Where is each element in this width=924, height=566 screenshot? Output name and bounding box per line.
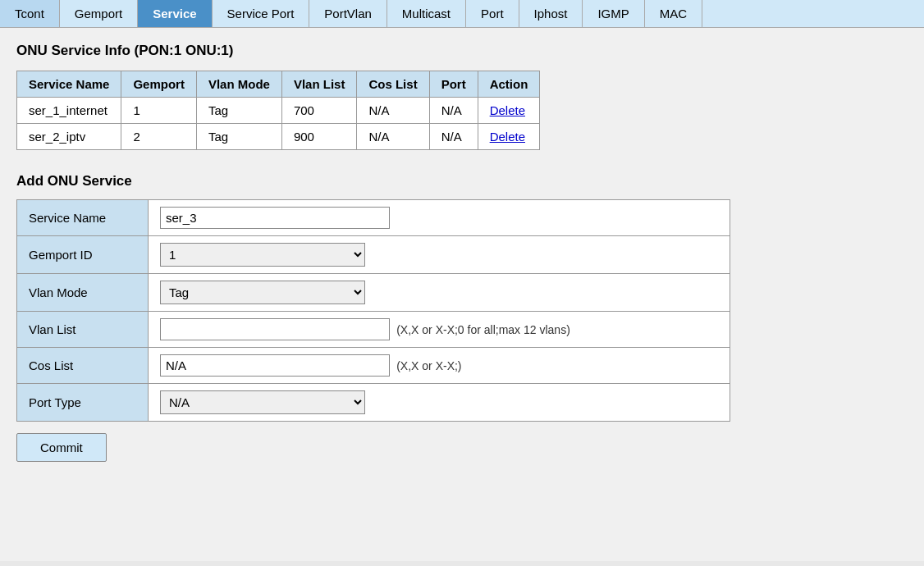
table-header-vlan-list: Vlan List xyxy=(281,71,357,98)
gemport-id-label: Gemport ID xyxy=(17,236,149,274)
service-name-label: Service Name xyxy=(17,200,149,236)
vlan-mode-select[interactable]: TagTransparentTranslate xyxy=(160,281,365,304)
delete-link[interactable]: Delete xyxy=(490,103,525,117)
cos-list-hint: (X,X or X-X;) xyxy=(396,359,461,372)
vlan-list-input[interactable] xyxy=(160,318,390,340)
table-header-vlan-mode: Vlan Mode xyxy=(196,71,281,98)
tab-port[interactable]: Port xyxy=(466,0,519,27)
tab-bar: TcontGemportServiceService PortPortVlanM… xyxy=(0,0,924,28)
cell-service_name: ser_2_iptv xyxy=(17,124,121,150)
service-table: Service NameGemportVlan ModeVlan ListCos… xyxy=(16,71,540,150)
tab-multicast[interactable]: Multicast xyxy=(387,0,466,27)
tab-iphost[interactable]: Iphost xyxy=(519,0,583,27)
table-header-gemport: Gemport xyxy=(121,71,197,98)
cell-cos_list: N/A xyxy=(357,124,429,150)
main-content: ONU Service Info (PON:1 ONU:1) Service N… xyxy=(0,28,924,561)
table-row: ser_1_internet1Tag700N/AN/ADelete xyxy=(17,98,540,124)
cos-list-input[interactable] xyxy=(160,354,390,377)
form-row-cos-list: Cos List (X,X or X-X;) xyxy=(17,348,730,384)
form-row-service-name: Service Name xyxy=(17,200,730,236)
tab-tcont[interactable]: Tcont xyxy=(0,0,60,27)
delete-link[interactable]: Delete xyxy=(490,130,525,144)
table-header-cos-list: Cos List xyxy=(357,71,429,98)
port-type-label: Port Type xyxy=(17,384,149,422)
form-row-port-type: Port Type N/AETHVEIP xyxy=(17,384,730,422)
add-service-form: Service Name Gemport ID 1234 Vlan Mode T… xyxy=(16,199,730,422)
cell-gemport: 2 xyxy=(121,124,197,150)
cell-action: Delete xyxy=(478,98,540,124)
table-header-port: Port xyxy=(429,71,478,98)
cos-list-label: Cos List xyxy=(17,348,149,384)
form-row-vlan-list: Vlan List (X,X or X-X;0 for all;max 12 v… xyxy=(17,312,730,348)
port-type-select[interactable]: N/AETHVEIP xyxy=(160,390,365,414)
tab-portvlan[interactable]: PortVlan xyxy=(309,0,387,27)
tab-igmp[interactable]: IGMP xyxy=(583,0,644,27)
table-section-title: ONU Service Info (PON:1 ONU:1) xyxy=(16,43,908,59)
table-row: ser_2_iptv2Tag900N/AN/ADelete xyxy=(17,124,540,150)
service-name-input[interactable] xyxy=(160,207,390,229)
form-row-gemport-id: Gemport ID 1234 xyxy=(17,236,730,274)
vlan-list-hint: (X,X or X-X;0 for all;max 12 vlans) xyxy=(396,323,570,336)
tab-serviceport[interactable]: Service Port xyxy=(213,0,310,27)
tab-gemport[interactable]: Gemport xyxy=(60,0,138,27)
form-row-vlan-mode: Vlan Mode TagTransparentTranslate xyxy=(17,274,730,312)
cell-cos_list: N/A xyxy=(357,98,429,124)
cell-action: Delete xyxy=(478,124,540,150)
cell-port: N/A xyxy=(429,98,478,124)
table-header-action: Action xyxy=(478,71,540,98)
cell-gemport: 1 xyxy=(121,98,197,124)
commit-button[interactable]: Commit xyxy=(16,433,107,462)
cell-vlan_mode: Tag xyxy=(196,98,281,124)
cell-service_name: ser_1_internet xyxy=(17,98,121,124)
cell-vlan_list: 900 xyxy=(281,124,357,150)
cell-vlan_list: 700 xyxy=(281,98,357,124)
vlan-mode-label: Vlan Mode xyxy=(17,274,149,312)
form-section-title: Add ONU Service xyxy=(16,173,908,189)
gemport-id-select[interactable]: 1234 xyxy=(160,243,365,267)
tab-mac[interactable]: MAC xyxy=(645,0,702,27)
table-header-service-name: Service Name xyxy=(17,71,121,98)
cell-vlan_mode: Tag xyxy=(196,124,281,150)
cell-port: N/A xyxy=(429,124,478,150)
tab-service[interactable]: Service xyxy=(138,0,212,27)
vlan-list-label: Vlan List xyxy=(17,312,149,348)
